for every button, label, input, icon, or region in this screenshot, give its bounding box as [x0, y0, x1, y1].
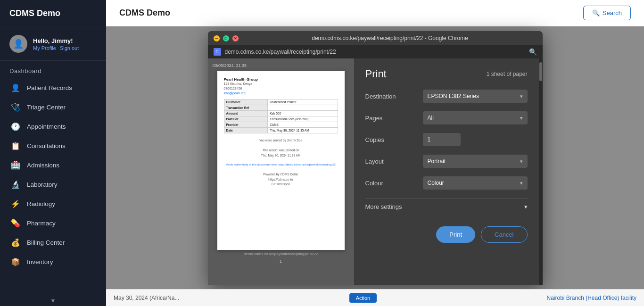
chevron-down-icon: ▾: [524, 203, 528, 210]
sidebar-item-admissions[interactable]: 🏥 Admissions: [0, 156, 106, 175]
page-title: CDMS Demo: [119, 8, 170, 18]
print-header: Print 1 sheet of paper: [365, 68, 528, 80]
browser-body: 03/05/2024, 21:35 Pearl Health Group 123…: [208, 58, 543, 285]
close-button[interactable]: ✕: [232, 35, 239, 41]
clinic-name: Pearl Health Group: [224, 77, 338, 82]
receipt-paper: Pearl Health Group 123 Kisumu, Kenya 070…: [217, 71, 345, 250]
admissions-icon: 🏥: [11, 161, 20, 170]
status-center: Action: [179, 293, 546, 303]
sidebar-item-pharmacy[interactable]: 💊 Pharmacy: [0, 214, 106, 233]
pharmacy-icon: 💊: [11, 219, 20, 228]
main-header: CDMS Demo 🔍 Search: [106, 0, 644, 26]
copies-input[interactable]: [423, 133, 461, 146]
print-settings-panel: Print 1 sheet of paper Destination EPSON…: [354, 58, 539, 285]
colour-select-wrapper: Colour Black and white: [423, 176, 528, 190]
sidebar-item-label: Inventory: [27, 258, 53, 265]
sidebar-item-label: Pharmacy: [27, 220, 56, 227]
billing-icon: 💰: [11, 238, 20, 247]
inventory-icon: 📦: [11, 257, 20, 266]
sidebar-item-label: Laboratory: [27, 181, 58, 188]
triage-icon: 🩺: [11, 103, 20, 112]
more-settings-label: More settings: [365, 203, 402, 210]
print-preview: 03/05/2024, 21:35 Pearl Health Group 123…: [208, 58, 354, 285]
sidebar-logo: CDMS Demo: [0, 0, 106, 27]
browser-window: ─ □ ✕ demo.cdms.co.ke/paywall/receipting…: [208, 31, 543, 285]
browser-title: demo.cdms.co.ke/paywall/receipting/print…: [243, 35, 537, 41]
colour-select[interactable]: Colour Black and white: [423, 176, 528, 190]
copies-row: Copies: [365, 133, 528, 146]
sidebar-item-label: Consultations: [27, 142, 66, 149]
cancel-button[interactable]: Cancel: [481, 226, 527, 243]
browser-search-icon: 🔍: [529, 48, 537, 56]
layout-label: Layout: [365, 158, 417, 165]
receipt-footer: You were served by Jimmy Doe This receip…: [224, 138, 338, 187]
browser-url[interactable]: demo.cdms.co.ke/paywall/receipting/print…: [225, 49, 525, 55]
destination-select[interactable]: EPSON L382 Series Microsoft Print to PDF…: [423, 90, 528, 103]
print-scrollbar[interactable]: [539, 58, 543, 285]
sidebar-item-label: Admissions: [27, 162, 59, 169]
pages-select[interactable]: All Odd pages only Even pages only Custo…: [423, 111, 528, 124]
preview-page-num: 1: [280, 259, 282, 264]
user-greeting: Hello, Jimmy!: [33, 37, 79, 44]
preview-url: demo.cdms.co.ke/paywall/receipting/print…: [244, 252, 318, 256]
sidebar-item-label: Appointments: [27, 123, 66, 130]
status-date: May 30, 2024 (Africa/Na...: [114, 295, 179, 301]
receipt-table: CustomerUnidentified Patient Transaction…: [224, 99, 338, 133]
receipt-header: Pearl Health Group 123 Kisumu, Kenya 070…: [224, 77, 338, 95]
dashboard-label: Dashboard: [0, 61, 106, 78]
status-action-button[interactable]: Action: [349, 293, 377, 303]
search-label: Search: [603, 9, 622, 17]
sidebar-nav: 👤 Patient Records 🩺 Triage Center 🕐 Appo…: [0, 78, 106, 296]
copies-label: Copies: [365, 136, 417, 143]
sidebar-item-label: Triage Center: [27, 104, 66, 111]
radiology-icon: ⚡: [11, 199, 20, 208]
clinic-address: 123 Kisumu, Kenya 0700123456 info@pearl.…: [224, 82, 338, 95]
layout-row: Layout Portrait Landscape: [365, 155, 528, 168]
sign-out-link[interactable]: Sign out: [60, 45, 79, 51]
sidebar-item-consultations[interactable]: 📋 Consultations: [0, 136, 106, 156]
user-info: Hello, Jimmy! My Profile Sign out: [33, 37, 79, 51]
main-content: CDMS Demo 🔍 Search ─ □ ✕ demo.cdms.co.ke…: [106, 0, 644, 306]
sidebar-item-patient-records[interactable]: 👤 Patient Records: [0, 78, 106, 98]
clinic-email: info@pearl.org: [224, 91, 246, 95]
browser-favicon: C: [214, 48, 221, 56]
appointments-icon: 🕐: [11, 122, 20, 131]
print-actions: Print Cancel: [365, 226, 528, 243]
sidebar-item-billing-center[interactable]: 💰 Billing Center: [0, 233, 106, 252]
sidebar-item-radiology[interactable]: ⚡ Radiology: [0, 194, 106, 214]
maximize-button[interactable]: □: [223, 35, 229, 41]
print-dialog-title: Print: [365, 68, 387, 80]
sidebar-item-triage-center[interactable]: 🩺 Triage Center: [0, 98, 106, 117]
sidebar-item-appointments[interactable]: 🕐 Appointments: [0, 117, 106, 136]
layout-select[interactable]: Portrait Landscape: [423, 155, 528, 168]
scroll-thumb: [539, 62, 542, 81]
browser-addressbar: C demo.cdms.co.ke/paywall/receipting/pri…: [208, 45, 543, 58]
sidebar-scroll-down[interactable]: ▼: [0, 296, 106, 306]
layout-select-wrapper: Portrait Landscape: [423, 155, 528, 168]
consultations-icon: 📋: [11, 141, 20, 150]
sidebar-item-label: Patient Records: [27, 84, 72, 91]
sidebar-item-inventory[interactable]: 📦 Inventory: [0, 252, 106, 272]
sidebar-item-laboratory[interactable]: 🔬 Laboratory: [0, 175, 106, 194]
browser-titlebar: ─ □ ✕ demo.cdms.co.ke/paywall/receipting…: [208, 31, 543, 45]
destination-select-wrapper: EPSON L382 Series Microsoft Print to PDF…: [423, 90, 528, 103]
sidebar-user: 👤 Hello, Jimmy! My Profile Sign out: [0, 27, 106, 61]
preview-timestamp: 03/05/2024, 21:35: [213, 63, 247, 68]
my-profile-link[interactable]: My Profile: [33, 45, 56, 51]
more-settings-row[interactable]: More settings ▾: [365, 198, 528, 215]
avatar: 👤: [9, 35, 27, 53]
destination-label: Destination: [365, 93, 417, 100]
sidebar-item-label: Billing Center: [27, 239, 65, 246]
pages-select-wrapper: All Odd pages only Even pages only Custo…: [423, 111, 528, 124]
colour-row: Colour Colour Black and white: [365, 176, 528, 190]
pages-row: Pages All Odd pages only Even pages only…: [365, 111, 528, 124]
sidebar: CDMS Demo 👤 Hello, Jimmy! My Profile Sig…: [0, 0, 106, 306]
print-button[interactable]: Print: [436, 226, 475, 243]
minimize-button[interactable]: ─: [214, 35, 220, 41]
destination-row: Destination EPSON L382 Series Microsoft …: [365, 90, 528, 103]
print-sheets-count: 1 sheet of paper: [487, 71, 528, 77]
browser-controls: ─ □ ✕: [214, 35, 239, 41]
colour-label: Colour: [365, 180, 417, 187]
search-button[interactable]: 🔍 Search: [583, 6, 631, 20]
sidebar-item-label: Radiology: [27, 200, 55, 207]
